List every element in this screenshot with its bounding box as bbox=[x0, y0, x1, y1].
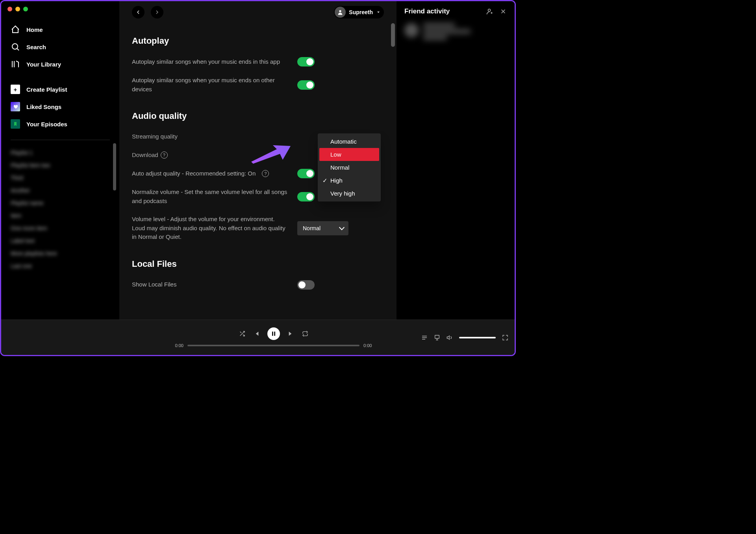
playlist-item[interactable]: Last one bbox=[11, 260, 110, 272]
user-name-label: Supreeth bbox=[349, 9, 373, 15]
next-button[interactable] bbox=[288, 331, 294, 337]
play-pause-button[interactable] bbox=[267, 327, 280, 340]
quality-dropdown: Automatic Low Normal High Very high bbox=[318, 133, 381, 201]
search-icon bbox=[11, 42, 20, 52]
nav-forward-button[interactable] bbox=[151, 6, 163, 18]
svg-point-2 bbox=[488, 9, 491, 11]
dropdown-option-low[interactable]: Low bbox=[319, 148, 379, 161]
progress-bar[interactable] bbox=[187, 345, 359, 346]
time-total: 0:00 bbox=[363, 343, 372, 348]
show-local-files-toggle[interactable] bbox=[297, 280, 315, 290]
sidebar-library-label: Your Library bbox=[26, 61, 61, 68]
user-menu[interactable]: Supreeth bbox=[334, 6, 384, 18]
streaming-quality-label: Streaming quality bbox=[132, 132, 289, 141]
auto-adjust-toggle[interactable] bbox=[297, 169, 315, 178]
playlist-list: Playlist 1 Playlist item two Third Anoth… bbox=[4, 143, 116, 320]
time-current: 0:00 bbox=[175, 343, 183, 348]
main-scrollbar[interactable] bbox=[391, 23, 395, 47]
sidebar-search[interactable]: Search bbox=[11, 38, 110, 55]
player-bar: 0:00 0:00 bbox=[1, 320, 515, 355]
main-content: Supreeth Autoplay Autoplay similar songs… bbox=[119, 1, 397, 320]
sidebar-library[interactable]: Your Library bbox=[11, 55, 110, 73]
local-files-section: Local Files Show Local Files bbox=[132, 259, 384, 294]
chevron-down-icon bbox=[376, 10, 381, 15]
sidebar-search-label: Search bbox=[26, 44, 46, 50]
library-icon bbox=[11, 59, 20, 69]
friend-avatar bbox=[404, 23, 419, 37]
help-icon[interactable]: ? bbox=[161, 152, 168, 159]
dropdown-option-veryhigh[interactable]: Very high bbox=[319, 187, 379, 200]
home-icon bbox=[11, 25, 20, 34]
audio-quality-title: Audio quality bbox=[132, 111, 384, 121]
volume-level-label: Volume level - Adjust the volume for you… bbox=[132, 215, 289, 242]
your-episodes-label: Your Episodes bbox=[26, 121, 67, 127]
create-playlist[interactable]: + Create Playlist bbox=[11, 81, 110, 98]
friend-activity-panel: Friend activity bbox=[397, 1, 515, 320]
plus-icon: + bbox=[11, 85, 20, 94]
local-files-title: Local Files bbox=[132, 259, 384, 269]
playlist-item[interactable]: Another bbox=[11, 184, 110, 197]
liked-songs[interactable]: Liked Songs bbox=[11, 98, 110, 115]
nav-back-button[interactable] bbox=[132, 6, 145, 18]
svg-rect-3 bbox=[272, 331, 273, 336]
bookmark-icon bbox=[11, 119, 20, 129]
autoplay-app-label: Autoplay similar songs when your music e… bbox=[132, 57, 289, 67]
svg-rect-4 bbox=[274, 331, 275, 336]
playlist-item[interactable]: One more item bbox=[11, 222, 110, 235]
heart-icon bbox=[11, 102, 20, 111]
playlist-item[interactable]: Third bbox=[11, 172, 110, 184]
add-friend-icon[interactable] bbox=[486, 8, 493, 15]
user-avatar-icon bbox=[335, 7, 346, 18]
sidebar: Home Search Your Library + Create Playli… bbox=[1, 1, 119, 320]
devices-button[interactable] bbox=[434, 334, 440, 341]
previous-button[interactable] bbox=[253, 331, 259, 337]
volume-icon[interactable] bbox=[447, 334, 453, 341]
create-playlist-label: Create Playlist bbox=[26, 86, 67, 93]
svg-point-0 bbox=[12, 44, 18, 49]
playlist-item[interactable]: More playlists here bbox=[11, 247, 110, 260]
autoplay-devices-toggle[interactable] bbox=[297, 80, 315, 90]
queue-button[interactable] bbox=[421, 334, 428, 341]
maximize-window[interactable] bbox=[23, 7, 28, 11]
playlist-item[interactable]: Playlist item two bbox=[11, 159, 110, 172]
sidebar-home[interactable]: Home bbox=[11, 21, 110, 38]
sidebar-divider bbox=[11, 140, 110, 140]
help-icon[interactable]: ? bbox=[262, 170, 269, 177]
dropdown-option-automatic[interactable]: Automatic bbox=[319, 135, 379, 148]
show-local-files-label: Show Local Files bbox=[132, 280, 289, 289]
svg-point-1 bbox=[339, 10, 341, 12]
close-window[interactable] bbox=[7, 7, 12, 11]
autoplay-devices-label: Autoplay similar songs when your music e… bbox=[132, 76, 289, 94]
sidebar-home-label: Home bbox=[26, 26, 43, 33]
autoplay-app-toggle[interactable] bbox=[297, 57, 315, 67]
sidebar-scrollbar[interactable] bbox=[113, 143, 116, 190]
playlist-item[interactable]: Playlist 1 bbox=[11, 146, 110, 159]
shuffle-button[interactable] bbox=[239, 331, 245, 337]
auto-adjust-label: Auto adjust quality - Recommended settin… bbox=[132, 169, 256, 178]
minimize-window[interactable] bbox=[15, 7, 20, 11]
svg-rect-5 bbox=[435, 335, 439, 338]
settings-panel: Autoplay Autoplay similar songs when you… bbox=[119, 23, 397, 320]
playlist-item[interactable]: Item bbox=[11, 209, 110, 222]
volume-level-select[interactable]: Normal bbox=[297, 221, 348, 235]
playlist-item[interactable]: Playlist name bbox=[11, 197, 110, 209]
liked-songs-label: Liked Songs bbox=[26, 103, 61, 110]
your-episodes[interactable]: Your Episodes bbox=[11, 115, 110, 133]
autoplay-section: Autoplay Autoplay similar songs when you… bbox=[132, 36, 384, 98]
close-panel-icon[interactable] bbox=[500, 8, 507, 15]
repeat-button[interactable] bbox=[302, 331, 308, 337]
download-label: Download bbox=[132, 151, 158, 160]
topbar: Supreeth bbox=[119, 1, 397, 23]
dropdown-option-high[interactable]: High bbox=[319, 174, 379, 187]
dropdown-option-normal[interactable]: Normal bbox=[319, 161, 379, 174]
fullscreen-button[interactable] bbox=[502, 334, 508, 341]
normalize-toggle[interactable] bbox=[297, 192, 315, 201]
autoplay-title: Autoplay bbox=[132, 36, 384, 46]
normalize-label: Normalize volume - Set the same volume l… bbox=[132, 188, 289, 205]
friend-activity-title: Friend activity bbox=[404, 7, 450, 15]
window-controls bbox=[7, 7, 28, 11]
volume-slider[interactable] bbox=[459, 337, 496, 338]
playlist-item[interactable]: Label text bbox=[11, 235, 110, 247]
friend-activity-item[interactable] bbox=[404, 23, 507, 42]
